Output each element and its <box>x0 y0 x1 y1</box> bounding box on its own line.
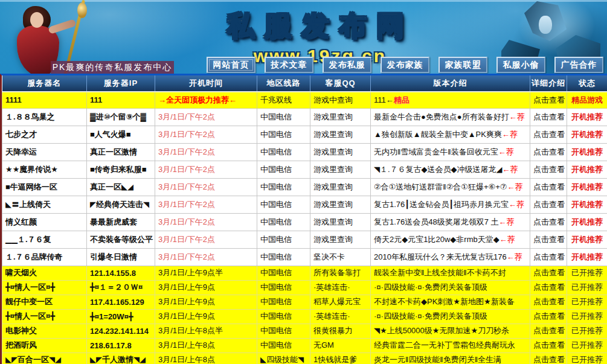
main-nav: 网站首页 技术文章 发布私服 发布家族 家族联盟 私服小偷 广告合作 <box>207 57 603 73</box>
status-cell: 精品游戏 <box>567 92 607 108</box>
version-text: 经典雷霆二合一无补丁雪霜包经典耐玩永 <box>374 340 515 350</box>
nav-tab-4[interactable]: 家族联盟 <box>438 57 487 73</box>
version-text: 不封速不卡药◆PK刺激★新地图★新装备 <box>374 297 515 306</box>
status-cell: 已开推荐 <box>567 295 607 309</box>
status-cell: 开机推荐 <box>567 143 607 161</box>
service-qq-cell: 游戏里查询 <box>310 196 371 213</box>
server-list-table: 服务器名服务器IP开机时间地区线路客服QQ版本介绍详细介绍状态 1111 111… <box>2 75 607 364</box>
nav-tab-label: 发布私服 <box>329 60 365 71</box>
status-cell: 开机推荐 <box>567 161 607 178</box>
version-text: ▲独创新版▲靓装全新中变▲PK爽爽 <box>374 130 502 139</box>
detail-link[interactable]: 点击查看 <box>530 280 567 295</box>
detail-link[interactable]: 点击查看 <box>530 231 567 248</box>
server-name-link[interactable]: 靓仔中变一区 <box>2 295 87 309</box>
service-qq-cell: 所有装备靠打 <box>310 266 371 280</box>
open-time-cell: 3月/1日/下午2点 <box>155 126 257 143</box>
version-intro-cell: ②合①送地钉送群雷‖②合①狂爆+⑥+⑦←荐 <box>371 178 530 196</box>
version-recommend-tag: ←荐 <box>507 182 522 191</box>
detail-link[interactable]: 点击查看 <box>530 213 567 231</box>
server-row: ◣◤百合一区◥◢ ◣◤千人激情◥◢ 3月/1日/上午8点 ◣四级技能◥ 1快钱就… <box>2 353 607 364</box>
detail-link[interactable]: 点击查看 <box>530 353 567 364</box>
server-name-link[interactable]: 电影神父 <box>2 324 87 338</box>
server-name-link[interactable]: 七步之才 <box>2 126 87 143</box>
nav-tab-1[interactable]: 技术文章 <box>265 57 313 73</box>
server-name-link[interactable]: １.８８鸟巢之 <box>2 108 87 126</box>
server-ip-cell: ▓进⑩个留⑨个▓ <box>87 108 155 126</box>
version-text: ·¤·四级技能·¤·免费闭关装备顶级 <box>374 283 487 292</box>
server-name-link[interactable]: ◣〓上线倚天 <box>2 196 87 213</box>
nav-tab-0[interactable]: 网站首页 <box>207 57 255 73</box>
region-line-cell: 中国电信 <box>257 338 310 353</box>
server-name-link[interactable]: 把酒听风 <box>2 338 87 353</box>
server-row: １.８８鸟巢之 ▓进⑩个留⑨个▓ 3月/1日/下午2点 中国电信 游戏里查询 最… <box>2 108 607 126</box>
version-intro-cell: 不封速不卡药◆PK刺激★新地图★新装备 <box>371 295 530 309</box>
nav-tab-5[interactable]: 私服小偷 <box>496 57 545 73</box>
service-qq-cell: ·英雄连击· <box>310 280 371 295</box>
detail-link[interactable]: 点击查看 <box>530 92 567 108</box>
version-recommend-tag: ←荐 <box>507 252 522 261</box>
detail-link[interactable]: 点击查看 <box>530 309 567 324</box>
server-ip-cell: 218.61.17.8 <box>87 338 155 353</box>
version-text: 倚天2元◆元宝1比20w◆非rmb天堂◆ <box>374 235 499 244</box>
open-time-cell: 3月/1日/下午2点 <box>155 196 257 213</box>
version-text: 无内功‖雪域富贵金牛‖装备回收元宝 <box>374 147 498 156</box>
server-name-link[interactable]: 1111 <box>2 92 87 108</box>
detail-link[interactable]: 点击查看 <box>530 108 567 126</box>
server-row: 靓仔中变一区 117.41.165.129 3月/1日/上午9点 中国电信 稻草… <box>2 295 607 309</box>
version-recommend-tag: 精品 <box>394 95 409 104</box>
detail-link[interactable]: 点击查看 <box>530 324 567 338</box>
server-name-link[interactable]: ╋¤情人一区¤╋ <box>2 309 87 324</box>
server-name-link[interactable]: 啸天烟火 <box>2 266 87 280</box>
service-qq-cell: 很黄很暴力 <box>310 324 371 338</box>
region-line-cell: 中国电信 <box>257 309 310 324</box>
detail-link[interactable]: 点击查看 <box>530 161 567 178</box>
status-cell: 开机推荐 <box>567 196 607 213</box>
character-arm-art <box>48 19 76 34</box>
server-name-link[interactable]: ◣◤百合一区◥◢ <box>2 353 87 364</box>
status-cell: 已开推荐 <box>567 280 607 295</box>
open-time-cell: 3月/1日/下午2点 <box>155 231 257 248</box>
detail-link[interactable]: 点击查看 <box>530 266 567 280</box>
detail-link[interactable]: 点击查看 <box>530 143 567 161</box>
nav-tab-label: 家族联盟 <box>445 60 481 71</box>
service-qq-cell: 游戏里查询 <box>310 108 371 126</box>
detail-link[interactable]: 点击查看 <box>530 248 567 266</box>
server-name-link[interactable]: ╋¤情人一区¤╋ <box>2 280 87 295</box>
site-tagline: PK最爽的传奇私服发布中心 <box>51 61 174 74</box>
server-list-section: 服务器名服务器IP开机时间地区线路客服QQ版本介绍详细介绍状态 1111 111… <box>0 74 607 364</box>
detail-link[interactable]: 点击查看 <box>530 196 567 213</box>
server-ip-cell: 真正一区激情 <box>87 143 155 161</box>
open-time-cell: 3月/1日/下午2点 <box>155 213 257 231</box>
server-name-link[interactable]: 情义红颜 <box>2 213 87 231</box>
open-time-cell: 3月/1日/下午2点 <box>155 248 257 266</box>
nav-tab-6[interactable]: 广告合作 <box>554 57 603 73</box>
nav-tab-2[interactable]: 发布私服 <box>323 57 371 73</box>
server-ip-cell: ■传奇归来私服■ <box>87 161 155 178</box>
nav-tab-3[interactable]: 发布家族 <box>381 57 429 73</box>
region-line-cell: 千兆双线 <box>257 92 310 108</box>
server-ip-cell: 111 <box>87 92 155 108</box>
open-time-cell: 3月/1日/下午2点 <box>155 143 257 161</box>
column-header: 服务器IP <box>87 75 155 92</box>
detail-link[interactable]: 点击查看 <box>530 338 567 353</box>
region-line-cell: 中国电信 <box>257 126 310 143</box>
service-qq-cell: 无GM <box>310 338 371 353</box>
column-header: 服务器名 <box>2 75 87 92</box>
open-time-cell: 3月/1日/下午2点 <box>155 178 257 196</box>
detail-link[interactable]: 点击查看 <box>530 126 567 143</box>
site-banner: 私服发布网 www.19zg.cn PK最爽的传奇私服发布中心 网站首页 技术文… <box>0 0 607 74</box>
version-intro-cell: ▲独创新版▲靓装全新中变▲PK爽爽←荐 <box>371 126 530 143</box>
region-line-cell: 中国电信 <box>257 231 310 248</box>
region-line-cell: 中国电信 <box>257 143 310 161</box>
server-name-link[interactable]: 天降幸运 <box>2 143 87 161</box>
detail-link[interactable]: 点击查看 <box>530 295 567 309</box>
version-recommend-tag: ←荐 <box>499 235 515 244</box>
status-cell: 已开推荐 <box>567 309 607 324</box>
region-line-cell: 中国电信 <box>257 178 310 196</box>
server-name-link[interactable]: １.７６品牌传奇 <box>2 248 87 266</box>
nav-tab-label: 私服小偷 <box>503 60 539 71</box>
detail-link[interactable]: 点击查看 <box>530 178 567 196</box>
server-name-link[interactable]: ★★魔界传说★ <box>2 161 87 178</box>
server-name-link[interactable]: ▁▁１.７６复 <box>2 231 87 248</box>
server-name-link[interactable]: ■牛逼网络一区 <box>2 178 87 196</box>
